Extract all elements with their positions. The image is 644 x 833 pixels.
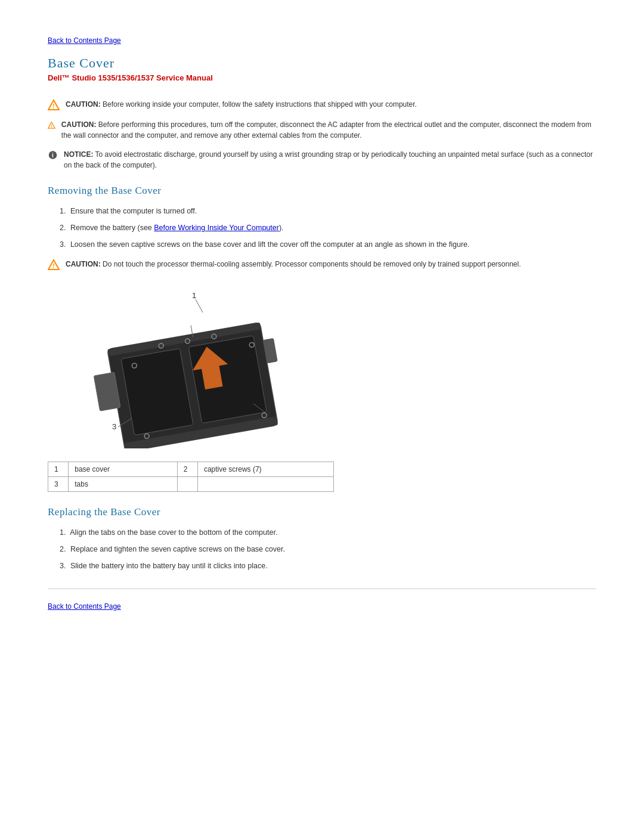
figure-container: 1 2 3 xyxy=(83,281,286,448)
table-row-1: 1 base cover 2 captive screws (7) xyxy=(48,462,334,477)
figure-label-1: 1 xyxy=(192,291,196,300)
caution-text-3: CAUTION: Do not touch the processor ther… xyxy=(66,259,521,270)
page-subtitle: Dell™ Studio 1535/1536/1537 Service Manu… xyxy=(48,73,596,82)
part-num-empty xyxy=(177,477,197,492)
removing-step-1: 1. Ensure that the computer is turned of… xyxy=(60,205,596,217)
part-label-empty xyxy=(197,477,333,492)
svg-line-24 xyxy=(196,299,203,312)
caution-text-2: CAUTION: Before performing this procedur… xyxy=(61,119,596,141)
caution-block-1: ! CAUTION: Before working inside your co… xyxy=(48,99,596,111)
part-label-2: captive screws (7) xyxy=(197,462,333,477)
removing-step-3: 3. Loosen the seven captive screws on th… xyxy=(60,239,596,250)
removing-steps-list: 1. Ensure that the computer is turned of… xyxy=(60,205,596,250)
back-to-contents-bottom[interactable]: Back to Contents Page xyxy=(48,602,121,611)
page-title: Base Cover xyxy=(48,55,596,71)
part-num-3: 3 xyxy=(48,477,69,492)
part-num-1: 1 xyxy=(48,462,69,477)
figure-label-2: 2 xyxy=(267,408,271,417)
removing-section-title: Removing the Base Cover xyxy=(48,185,596,197)
page-divider xyxy=(48,589,596,589)
back-to-contents-top[interactable]: Back to Contents Page xyxy=(48,36,121,45)
caution-icon-1: ! xyxy=(48,99,60,111)
notice-text: NOTICE: To avoid electrostatic discharge… xyxy=(64,149,596,171)
svg-text:!: ! xyxy=(51,124,52,128)
part-label-1: base cover xyxy=(69,462,177,477)
svg-text:!: ! xyxy=(52,103,54,110)
part-label-3: tabs xyxy=(69,477,177,492)
laptop-figure: 1 2 3 xyxy=(83,281,286,448)
part-num-2: 2 xyxy=(177,462,197,477)
figure-label-3: 3 xyxy=(112,422,116,431)
svg-text:i: i xyxy=(52,152,54,159)
removing-step-2: 2. Remove the battery (see Before Workin… xyxy=(60,222,596,234)
notice-block: i NOTICE: To avoid electrostatic dischar… xyxy=(48,149,596,171)
replacing-step-3: 3. Slide the battery into the battery ba… xyxy=(60,560,596,572)
table-row-2: 3 tabs xyxy=(48,477,334,492)
notice-icon: i xyxy=(48,149,58,161)
caution-text-1: CAUTION: Before working inside your comp… xyxy=(66,99,417,110)
caution-block-3: ! CAUTION: Do not touch the processor th… xyxy=(48,259,596,271)
svg-rect-10 xyxy=(188,336,267,423)
svg-text:!: ! xyxy=(52,263,54,270)
caution-icon-2: ! xyxy=(48,119,55,131)
caution-icon-3: ! xyxy=(48,259,60,271)
parts-table: 1 base cover 2 captive screws (7) 3 tabs xyxy=(48,462,334,492)
replacing-steps-list: 1. Align the tabs on the base cover to t… xyxy=(60,527,596,572)
replacing-step-2: 2. Replace and tighten the seven captive… xyxy=(60,543,596,555)
replacing-step-1: 1. Align the tabs on the base cover to t… xyxy=(60,527,596,538)
replacing-section-title: Replacing the Base Cover xyxy=(48,506,596,518)
before-working-link[interactable]: Before Working Inside Your Computer xyxy=(154,224,279,232)
caution-block-2: ! CAUTION: Before performing this proced… xyxy=(48,119,596,141)
